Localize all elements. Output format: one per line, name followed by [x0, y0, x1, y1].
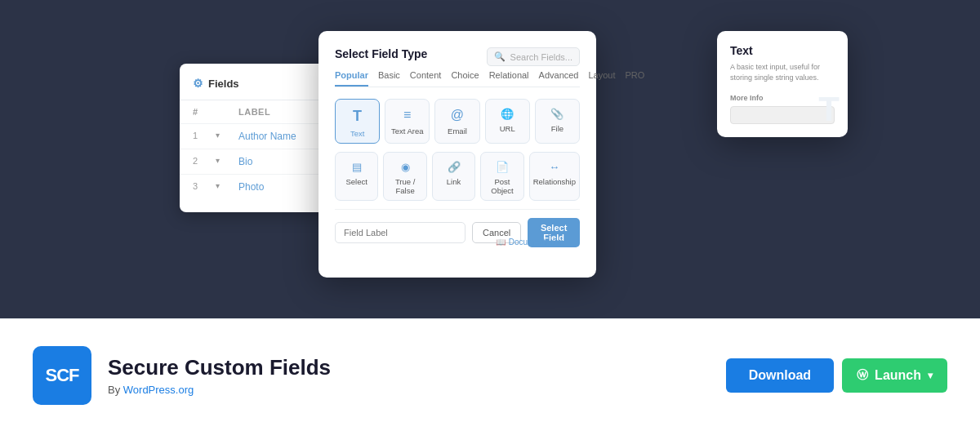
search-placeholder: Search Fields...	[510, 52, 572, 62]
field-grid-row1: T Text ≡ Text Area @ Email 🌐 URL 📎 File	[335, 99, 580, 144]
row-number: 2	[193, 156, 212, 167]
text-panel-title: Text	[730, 44, 835, 57]
field-type-textarea-label: Text Area	[391, 127, 424, 136]
tab-advanced[interactable]: Advanced	[539, 70, 579, 87]
field-type-url-label: URL	[500, 124, 515, 133]
text-icon: T	[353, 108, 362, 125]
row-number: 1	[193, 131, 212, 142]
tab-basic[interactable]: Basic	[378, 70, 400, 87]
field-type-url[interactable]: 🌐 URL	[485, 99, 530, 144]
by-label: By	[108, 384, 120, 396]
tab-popular[interactable]: Popular	[335, 70, 368, 87]
truefals-icon: ◉	[401, 161, 410, 173]
url-icon: 🌐	[501, 108, 514, 120]
plugin-info: Secure Custom Fields By WordPress.org	[108, 355, 710, 396]
field-type-postobj[interactable]: 📄 Post Object	[480, 152, 523, 201]
field-type-email[interactable]: @ Email	[434, 99, 479, 144]
email-icon: @	[451, 108, 464, 122]
tab-content[interactable]: Content	[410, 70, 442, 87]
download-button[interactable]: Download	[726, 358, 834, 393]
field-grid-row2: ▤ Select ◉ True / False 🔗 Link 📄 Post Ob…	[335, 152, 580, 201]
field-type-textarea[interactable]: ≡ Text Area	[385, 99, 430, 144]
plugin-by: By WordPress.org	[108, 384, 710, 396]
field-type-text-label: Text	[350, 129, 364, 138]
launch-w-icon: ⓦ	[857, 368, 868, 383]
select-icon: ▤	[352, 161, 362, 173]
modal-tabs: Popular Basic Content Choice Relational …	[335, 70, 580, 87]
hero-section: ⚙ Fields # Label 1 ▾ Author Name 2 ▾ Bio…	[0, 0, 980, 318]
tab-choice[interactable]: Choice	[451, 70, 479, 87]
fields-panel-title: Fields	[208, 78, 239, 90]
plugin-name: Secure Custom Fields	[108, 355, 710, 380]
link-icon: 🔗	[448, 161, 461, 173]
field-type-link[interactable]: 🔗 Link	[432, 152, 475, 201]
field-type-truefals-label: True / False	[387, 177, 422, 195]
file-icon: 📎	[550, 108, 564, 120]
field-type-text[interactable]: T Text	[335, 99, 380, 144]
bottom-section: SCF Secure Custom Fields By WordPress.or…	[0, 318, 980, 431]
watermark: T	[818, 90, 840, 129]
postobj-icon: 📄	[496, 161, 509, 173]
field-type-truefals[interactable]: ◉ True / False	[383, 152, 426, 201]
launch-button[interactable]: ⓦ Launch ▾	[842, 358, 947, 393]
documentation-link[interactable]: 📖 Documentation	[318, 238, 564, 247]
relationship-icon: ↔	[549, 161, 559, 173]
search-box[interactable]: 🔍 Search Fields...	[487, 47, 580, 66]
field-type-relationship[interactable]: ↔ Relationship	[529, 152, 580, 201]
doc-icon: 📖	[496, 238, 506, 247]
plugin-logo: SCF	[33, 346, 91, 405]
field-type-email-label: Email	[448, 127, 467, 136]
row-arrow-icon: ▾	[216, 156, 235, 167]
text-info-panel: Text A basic text input, useful for stor…	[717, 31, 848, 137]
col-num: #	[193, 107, 212, 117]
logo-text: SCF	[46, 365, 79, 386]
tab-layout[interactable]: Layout	[589, 70, 616, 87]
row-arrow-icon: ▾	[216, 131, 235, 142]
search-icon: 🔍	[494, 51, 506, 62]
row-number: 3	[193, 181, 212, 193]
row-arrow-icon: ▾	[216, 181, 235, 193]
field-type-relationship-label: Relationship	[533, 177, 576, 186]
select-field-type-modal: Select Field Type 🔍 Search Fields... Pop…	[318, 31, 596, 278]
plugin-actions: Download ⓦ Launch ▾	[726, 358, 947, 393]
field-type-link-label: Link	[447, 177, 461, 186]
field-type-select[interactable]: ▤ Select	[335, 152, 378, 201]
by-link[interactable]: WordPress.org	[123, 384, 194, 396]
textarea-icon: ≡	[403, 108, 411, 122]
field-type-postobj-label: Post Object	[484, 177, 519, 195]
field-type-file-label: File	[551, 124, 564, 133]
field-type-select-label: Select	[346, 177, 368, 186]
field-type-file[interactable]: 📎 File	[535, 99, 580, 144]
tab-pro[interactable]: PRO	[626, 70, 645, 87]
fields-icon: ⚙	[193, 77, 203, 90]
tab-relational[interactable]: Relational	[489, 70, 529, 87]
launch-label: Launch	[875, 368, 921, 383]
doc-link-label: Documentation	[509, 238, 564, 247]
text-panel-desc: A basic text input, useful for storing s…	[730, 62, 835, 82]
chevron-down-icon: ▾	[928, 370, 933, 381]
